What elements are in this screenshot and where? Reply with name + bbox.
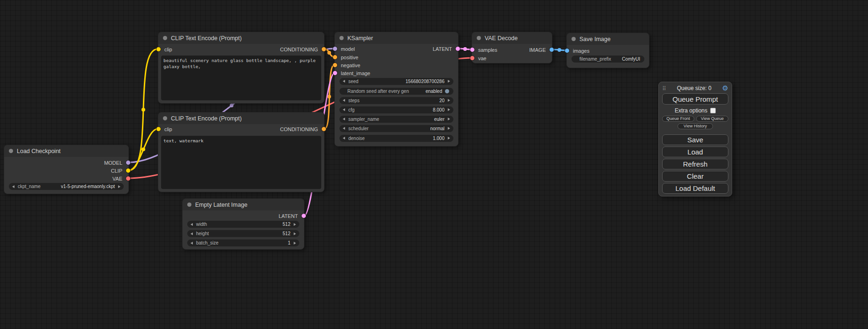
arrow-left-icon[interactable] [343,127,345,130]
vae-input-label: vae [478,55,487,62]
positive-input-port[interactable] [332,55,338,60]
samples-input-port[interactable] [470,47,475,52]
collapse-dot-icon[interactable] [187,203,191,207]
arrow-right-icon[interactable] [294,232,296,235]
wire-model-midpoint[interactable] [230,104,233,107]
clip-input-port[interactable] [156,47,161,52]
collapse-dot-icon[interactable] [163,36,167,40]
cfg-widget[interactable]: cfg 8.000 [339,106,453,113]
conditioning-output-port[interactable] [321,126,326,132]
graph-canvas[interactable]: Load Checkpoint MODEL CLIP VAE ckpt_name… [0,0,868,329]
node-title-bar[interactable]: KSampler [334,32,459,44]
arrow-right-icon[interactable] [448,99,450,102]
scheduler-widget[interactable]: scheduler normal [339,125,453,132]
arrow-right-icon[interactable] [448,137,450,140]
clip-input-port[interactable] [156,126,161,132]
refresh-button[interactable]: Refresh [662,159,728,169]
wire-clip-to-negative-midpoint[interactable] [141,147,145,151]
node-ksampler[interactable]: KSampler model positive negative latent_… [334,32,459,147]
toggle-on-icon[interactable] [445,89,449,93]
node-title: Empty Latent Image [195,202,247,208]
arrow-left-icon[interactable] [343,118,345,120]
steps-widget[interactable]: steps 20 [339,97,453,104]
extra-options-checkbox[interactable] [710,108,716,113]
prompt-text-input[interactable]: beautiful scenery nature glass bottle la… [161,56,321,100]
gear-icon[interactable] [722,84,728,92]
node-clip-text-encode-negative[interactable]: CLIP Text Encode (Prompt) clip CONDITION… [158,112,325,192]
wire-samples-midpoint[interactable] [463,47,467,51]
node-vae-decode[interactable]: VAE Decode samples vae IMAGE [472,32,552,63]
widget-label: denoise [348,136,365,141]
latent-output-port[interactable] [301,213,306,218]
seed-widget[interactable]: seed 156680208700286 [339,78,453,85]
wire-conditioning-positive-midpoint[interactable] [327,51,331,55]
node-title-bar[interactable]: Save Image [566,33,649,45]
node-title-bar[interactable]: Empty Latent Image [182,198,304,210]
denoise-widget[interactable]: denoise 1.000 [339,135,453,142]
collapse-dot-icon[interactable] [339,36,344,40]
node-title-bar[interactable]: Load Checkpoint [4,145,129,157]
negative-input-port[interactable] [332,63,338,68]
arrow-left-icon[interactable] [343,80,345,83]
arrow-left-icon[interactable] [191,223,193,226]
collapse-dot-icon[interactable] [572,37,576,41]
widget-value: 20 [439,98,445,103]
node-save-image[interactable]: Save Image images filename_prefix ComfyU… [566,33,649,68]
prompt-text-input[interactable]: text, watermark [161,136,321,189]
height-widget[interactable]: height 512 [187,230,299,237]
arrow-left-icon[interactable] [343,99,345,102]
drag-handle-icon[interactable] [662,84,666,92]
node-title-bar[interactable]: VAE Decode [472,32,552,44]
node-title-bar[interactable]: CLIP Text Encode (Prompt) [158,32,325,44]
arrow-right-icon[interactable] [448,118,450,120]
node-clip-text-encode-positive[interactable]: CLIP Text Encode (Prompt) clip CONDITION… [158,32,325,104]
load-default-button[interactable]: Load Default [662,183,728,194]
load-button[interactable]: Load [662,147,728,157]
queue-prompt-button[interactable]: Queue Prompt [662,93,728,105]
images-input-port[interactable] [565,48,570,53]
node-load-checkpoint[interactable]: Load Checkpoint MODEL CLIP VAE ckpt_name… [4,145,129,194]
ckpt-name-widget[interactable]: ckpt_name v1-5-pruned-emaonly.ckpt [9,183,124,190]
collapse-dot-icon[interactable] [163,116,167,120]
arrow-left-icon[interactable] [343,137,345,140]
model-output-port[interactable] [126,160,131,165]
arrow-right-icon[interactable] [294,223,296,226]
arrow-right-icon[interactable] [118,185,120,188]
arrow-left-icon[interactable] [12,185,14,188]
collapse-dot-icon[interactable] [9,149,13,153]
arrow-left-icon[interactable] [191,242,193,245]
collapse-dot-icon[interactable] [477,36,481,40]
view-history-row: View History [677,123,713,129]
node-title-bar[interactable]: CLIP Text Encode (Prompt) [158,112,325,124]
latent-output-port[interactable] [455,46,460,51]
save-button[interactable]: Save [662,134,728,145]
view-history-button[interactable]: View History [677,123,713,129]
widget-value: enabled [425,89,442,94]
conditioning-output-port[interactable] [321,47,326,52]
queue-front-button[interactable]: Queue Front [662,116,694,122]
arrow-right-icon[interactable] [448,127,450,130]
filename-prefix-widget[interactable]: filename_prefix ComfyUI [572,56,644,63]
batch-size-widget[interactable]: batch_size 1 [187,239,299,246]
arrow-left-icon[interactable] [343,108,345,111]
vae-output-port[interactable] [126,176,131,181]
arrow-right-icon[interactable] [448,80,450,83]
clear-button[interactable]: Clear [662,171,728,182]
arrow-left-icon[interactable] [191,232,193,235]
arrow-right-icon[interactable] [294,242,296,245]
latent-image-input-port[interactable] [332,70,338,76]
model-input-port[interactable] [332,46,338,51]
wire-image-midpoint[interactable] [557,48,561,52]
width-widget[interactable]: width 512 [187,221,299,228]
widget-value: 512 [282,222,290,227]
sampler-name-widget[interactable]: sampler_name euler [339,116,453,123]
view-queue-button[interactable]: View Queue [696,116,728,122]
clip-output-port[interactable] [126,168,131,173]
node-empty-latent-image[interactable]: Empty Latent Image LATENT width 512 heig… [182,198,304,250]
vae-input-port[interactable] [470,56,475,61]
wire-clip-to-positive-midpoint[interactable] [141,108,145,112]
queue-size-label: Queue size: 0 [668,85,720,91]
image-output-port[interactable] [549,47,554,52]
arrow-right-icon[interactable] [448,108,450,111]
control-after-generate-widget[interactable]: Random seed after every gen enabled [339,88,453,95]
